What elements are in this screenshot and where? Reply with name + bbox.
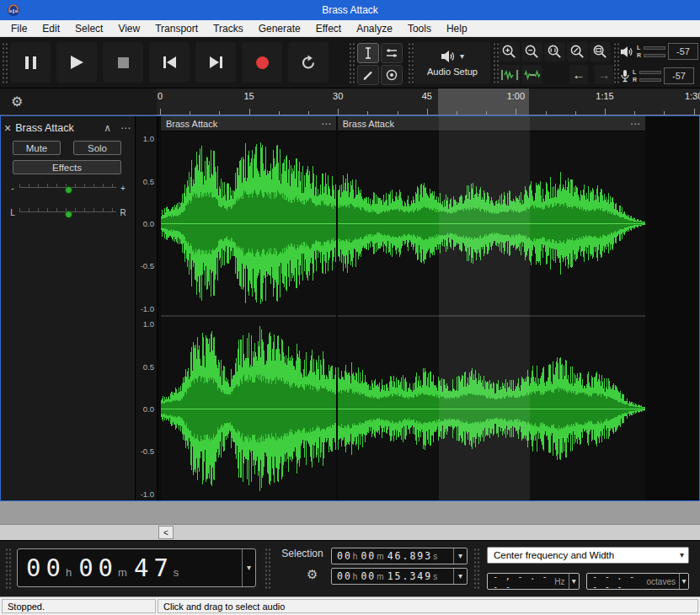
gain-slider-thumb[interactable] [65, 186, 72, 194]
selection-tool-button[interactable] [357, 43, 379, 63]
menu-item-help[interactable]: Help [439, 21, 475, 36]
timeline-gear-icon[interactable]: ⚙ [11, 94, 23, 110]
menu-item-tools[interactable]: Tools [400, 21, 439, 36]
toolbar-grip[interactable] [613, 42, 619, 83]
menu-item-edit[interactable]: Edit [35, 21, 67, 36]
digit-unit: h [66, 566, 72, 579]
clip-header[interactable]: Brass Attack⋯ [161, 116, 336, 131]
gain-slider[interactable]: - + [9, 179, 126, 197]
vertical-scale-ruler[interactable]: 1.00.50.0-0.5-1.01.00.50.0-0.5-1.0 [136, 116, 158, 500]
clip-channel-waveform[interactable] [338, 131, 645, 315]
clip-menu-icon[interactable]: ⋯ [321, 118, 331, 130]
status-bar: Stopped. Click and drag to select audio [0, 596, 700, 615]
pause-button[interactable] [10, 42, 51, 83]
audio-clip[interactable]: Brass Attack⋯ [338, 116, 645, 500]
below-tracks-area [0, 501, 700, 524]
bandwidth-unit-label: octaves [647, 577, 676, 586]
toolbar-grip[interactable] [349, 42, 355, 83]
undo-button[interactable]: ← [569, 65, 588, 84]
meter-channels: L R [637, 45, 665, 58]
selection-settings-gear-icon[interactable]: ⚙ [307, 567, 318, 582]
play-button[interactable] [56, 42, 97, 83]
fit-project-button[interactable] [590, 42, 611, 62]
effects-button[interactable]: Effects [13, 160, 121, 174]
record-button[interactable] [242, 42, 282, 83]
pan-slider-thumb[interactable] [65, 211, 72, 218]
spectral-mode-dropdown[interactable]: Center frequency and Width ▾ [487, 547, 689, 564]
envelope-tool-button[interactable] [381, 43, 403, 63]
loop-button[interactable] [288, 42, 329, 83]
clip-channel-waveform[interactable] [338, 317, 645, 500]
close-track-icon[interactable]: × [4, 121, 11, 135]
menu-item-tracks[interactable]: Tracks [206, 21, 251, 36]
waveform-area[interactable]: Brass Attack⋯Brass Attack⋯ [158, 116, 699, 500]
toolbar-grip[interactable] [408, 42, 414, 83]
skip-to-end-button[interactable] [195, 42, 236, 83]
bandwidth-field[interactable]: - - . - - - - octaves ▾ [586, 573, 689, 590]
left-channel-label: L [633, 69, 638, 75]
chevron-down-icon: ▾ [572, 577, 576, 586]
zoom-toggle-button[interactable] [567, 42, 588, 62]
audio-position-display[interactable]: 00h00m47s ▾ [17, 548, 256, 587]
stop-button[interactable] [103, 42, 143, 83]
selection-duration-field[interactable]: 00h00m15.349s ▾ [331, 568, 468, 585]
zoom-toolbar [499, 42, 611, 62]
ibeam-icon [361, 46, 375, 60]
toolbar-grip[interactable] [493, 42, 499, 83]
toolbar-grip[interactable] [5, 548, 11, 590]
pan-slider-track[interactable] [19, 208, 116, 217]
timeline-ruler[interactable]: 01530451:001:151:30 [157, 88, 700, 115]
selection-duration-caret[interactable]: ▾ [453, 569, 467, 584]
mute-button[interactable]: Mute [13, 141, 61, 155]
menu-item-generate[interactable]: Generate [251, 21, 308, 36]
collapse-track-icon[interactable]: ∧ [101, 122, 114, 134]
toolbar-grip[interactable] [265, 548, 270, 590]
clip-menu-icon[interactable]: ⋯ [630, 118, 640, 130]
zoom-in-button[interactable] [499, 42, 520, 62]
envelope-icon [385, 46, 398, 60]
redo-button[interactable]: → [595, 65, 613, 84]
draw-tool-button[interactable] [357, 65, 379, 85]
scale-label: -1.0 [141, 489, 154, 499]
scroll-left-button[interactable]: < [158, 526, 174, 539]
bandwidth-caret[interactable]: ▾ [679, 574, 688, 589]
solo-button[interactable]: Solo [73, 141, 121, 155]
track-name[interactable]: Brass Attack [15, 122, 97, 134]
menubar: FileEditSelectViewTransportTracksGenerat… [0, 20, 700, 37]
menu-item-transport[interactable]: Transport [147, 21, 206, 36]
center-frequency-field[interactable]: - , - . - - - Hz ▾ [487, 573, 580, 590]
playback-meter[interactable]: L R -57 [620, 40, 698, 62]
audio-setup-button[interactable]: ▾ Audio Setup [414, 42, 490, 84]
menu-item-select[interactable]: Select [67, 21, 110, 36]
silence-audio-button[interactable] [521, 65, 542, 84]
timeline-label: 1:15 [596, 91, 613, 101]
menu-item-view[interactable]: View [110, 21, 147, 36]
toolbar-grip[interactable] [473, 548, 479, 590]
timeline-tick [367, 111, 368, 115]
menu-item-effect[interactable]: Effect [308, 21, 349, 36]
toolbar-grip[interactable] [2, 42, 8, 83]
zoom-out-button[interactable] [521, 42, 542, 62]
gain-slider-track[interactable] [19, 184, 116, 192]
time-format-caret[interactable]: ▾ [242, 549, 255, 586]
skip-to-start-button[interactable] [149, 42, 190, 83]
audio-clip[interactable]: Brass Attack⋯ [161, 116, 336, 500]
digit-unit: h [353, 572, 358, 581]
timeline-tick [575, 111, 576, 115]
selection-start-field[interactable]: 00h00m46.893s ▾ [331, 548, 468, 564]
horizontal-scrollbar[interactable]: < [0, 524, 700, 540]
clip-channel-waveform[interactable] [161, 317, 336, 500]
track-menu-icon[interactable]: ⋯ [118, 122, 133, 134]
clip-channel-waveform[interactable] [161, 131, 336, 315]
menu-item-file[interactable]: File [3, 21, 35, 36]
zoom-toggle-icon [569, 44, 585, 60]
trim-audio-button[interactable] [499, 65, 520, 84]
frequency-caret[interactable]: ▾ [569, 574, 579, 589]
selection-start-caret[interactable]: ▾ [453, 548, 467, 564]
menu-item-analyze[interactable]: Analyze [349, 21, 400, 36]
zoom-selection-button[interactable] [544, 42, 565, 62]
recording-meter[interactable]: L R -57 [620, 65, 694, 87]
clip-header[interactable]: Brass Attack⋯ [338, 116, 645, 131]
pan-slider[interactable]: L R [9, 203, 126, 222]
multi-tool-button[interactable] [381, 65, 403, 85]
